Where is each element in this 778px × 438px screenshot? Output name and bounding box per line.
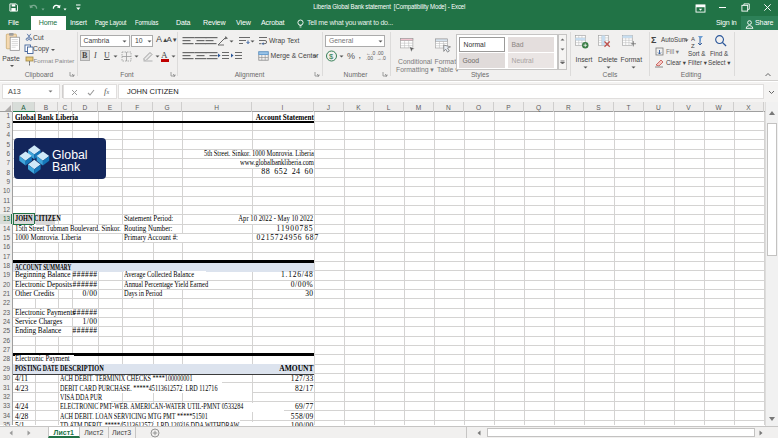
svg-text:A: A <box>691 36 695 42</box>
svg-text:$: $ <box>329 51 334 60</box>
svg-text:Bank: Bank <box>52 160 81 174</box>
svg-text:Z: Z <box>691 43 695 48</box>
